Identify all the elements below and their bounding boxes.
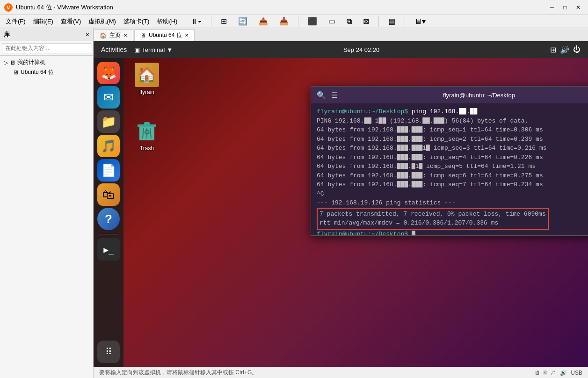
dock-thunderbird[interactable]: ✉ bbox=[97, 86, 120, 109]
speaker-icon: 🔊 bbox=[560, 45, 569, 54]
terminal-line-seq5: 64 bytes from 192.168.███.█1█ icmp_seq=5… bbox=[317, 162, 588, 171]
dock-apps-grid[interactable]: ⠿ bbox=[97, 341, 120, 363]
library-header: 库 × bbox=[0, 28, 93, 41]
terminal-ctrl-c: ^C bbox=[317, 189, 588, 199]
library-close-button[interactable]: × bbox=[86, 31, 89, 38]
terminal-menu-btn[interactable]: ☰ bbox=[330, 90, 339, 100]
vmware-icon: V bbox=[4, 3, 13, 12]
status-icon-3: 🖨 bbox=[551, 370, 556, 376]
network-status-icon: ⊞ bbox=[550, 45, 556, 54]
desktop-area: 🏠 flyrain bbox=[123, 58, 588, 367]
menu-help[interactable]: 帮助(H) bbox=[153, 15, 181, 28]
library-search-area bbox=[0, 41, 93, 56]
receive-file-button[interactable]: 📥 bbox=[276, 15, 292, 28]
dock-rhythmbox[interactable]: 🎵 bbox=[97, 135, 120, 157]
vm-display[interactable]: Activities ▣ Terminal ▼ Sep 24 02:20 ⊞ 🔊 bbox=[94, 41, 588, 367]
vm-settings-button[interactable]: ⊞ bbox=[217, 15, 231, 28]
console-button[interactable]: ▤ bbox=[385, 15, 399, 28]
terminal-stats-header: --- 192.168.19.126 ping statistics --- bbox=[317, 198, 588, 208]
terminal-title: flyrain@ubuntu: ~/Desktop bbox=[339, 92, 588, 99]
menu-view[interactable]: 查看(V) bbox=[57, 15, 85, 28]
terminal-prompt-2: flyrain@ubuntu:~/Desktop$ bbox=[317, 231, 408, 236]
pause-button[interactable]: ⏸▾ bbox=[187, 15, 205, 28]
status-icon-5: USB bbox=[571, 370, 582, 376]
terminal-window[interactable]: 🔍 ☰ flyrain@ubuntu: ~/Desktop ─ □ ✕ bbox=[311, 86, 588, 236]
dock-files[interactable]: 📁 bbox=[97, 110, 120, 133]
desktop-icon-trash[interactable]: ♻ Trash bbox=[128, 119, 166, 152]
tab-home-close[interactable]: ✕ bbox=[123, 33, 127, 38]
dock-firefox[interactable]: 🦊 bbox=[97, 62, 120, 84]
tab-ubuntu-icon: 🖥 bbox=[140, 32, 146, 39]
terminal-search-btn[interactable]: 🔍 bbox=[317, 90, 326, 100]
library-title: 库 bbox=[4, 30, 10, 39]
menu-edit[interactable]: 编辑(E) bbox=[29, 15, 57, 28]
vmware-window: V Ubuntu 64 位 - VMware Workstation ─ □ ✕… bbox=[0, 0, 588, 378]
tab-ubuntu-close[interactable]: ✕ bbox=[185, 33, 189, 38]
title-bar: V Ubuntu 64 位 - VMware Workstation ─ □ ✕ bbox=[0, 0, 588, 15]
close-button[interactable]: ✕ bbox=[572, 3, 584, 12]
activities-button[interactable]: Activities bbox=[101, 46, 127, 53]
tab-ubuntu[interactable]: 🖥 Ubuntu 64 位 ✕ bbox=[134, 29, 195, 41]
network-button[interactable]: ⊠ bbox=[359, 15, 373, 28]
toolbar-sep-3 bbox=[378, 16, 379, 27]
terminal-line-seq6: 64 bytes from 192.168.███.███: icmp_seq=… bbox=[317, 171, 588, 181]
unity-button[interactable]: ▭ bbox=[325, 15, 339, 28]
terminal-line-seq2: 64 bytes from 192.168.███.███: icmp_seq=… bbox=[317, 135, 588, 144]
top-bar-left: Activities ▣ Terminal ▼ bbox=[101, 46, 173, 53]
menu-tabs[interactable]: 选项卡(T) bbox=[120, 15, 153, 28]
library-tree: ▷ 🖥 我的计算机 🖥 Ubuntu 64 位 bbox=[0, 56, 93, 378]
terminal-menu[interactable]: ▣ Terminal ▼ bbox=[134, 46, 173, 53]
ubuntu-top-bar: Activities ▣ Terminal ▼ Sep 24 02:20 ⊞ 🔊 bbox=[94, 41, 588, 58]
tabs-bar: 🏠 主页 ✕ 🖥 Ubuntu 64 位 ✕ bbox=[94, 28, 588, 41]
menu-vm[interactable]: 虚拟机(M) bbox=[85, 15, 120, 28]
display-button[interactable]: 🖥▾ bbox=[411, 15, 429, 28]
terminal-line-seq4: 64 bytes from 192.168.███.███: icmp_seq=… bbox=[317, 153, 588, 162]
window-controls: ─ □ ✕ bbox=[546, 3, 584, 12]
dock-appstore[interactable]: 🛍 bbox=[97, 183, 120, 206]
tree-root[interactable]: ▷ 🖥 我的计算机 bbox=[2, 58, 91, 67]
terminal-dock-icon: ▶_ bbox=[103, 245, 114, 254]
dock-writer[interactable]: 📄 bbox=[97, 159, 120, 182]
snapshot-button[interactable]: 🔄 bbox=[234, 15, 251, 28]
status-icon-2: ⎘ bbox=[544, 370, 547, 376]
dock-help[interactable]: ? bbox=[97, 208, 120, 230]
thunderbird-icon: ✉ bbox=[103, 90, 114, 105]
firefox-icon: 🦊 bbox=[101, 65, 117, 81]
terminal-body: flyrain@ubuntu:~/Desktop$ ping 192.168.█… bbox=[311, 103, 588, 235]
trash-icon: ♻ bbox=[135, 119, 159, 143]
content-area: 库 × ▷ 🖥 我的计算机 🖥 Ubuntu 64 位 bbox=[0, 28, 588, 378]
tree-child-label: Ubuntu 64 位 bbox=[21, 68, 54, 76]
terminal-prompt-1: flyrain@ubuntu:~/Desktop$ bbox=[317, 108, 408, 115]
terminal-line-seq7: 64 bytes from 192.168.███.███: icmp_seq=… bbox=[317, 180, 588, 189]
tree-root-label: 我的计算机 bbox=[17, 58, 45, 66]
tab-home[interactable]: 🏠 主页 ✕ bbox=[94, 29, 133, 41]
power-icon: ⏻ bbox=[573, 45, 581, 54]
send-file-button[interactable]: 📤 bbox=[255, 15, 272, 28]
desktop-icon-home[interactable]: 🏠 flyrain bbox=[128, 63, 166, 95]
view-button[interactable]: ⧉ bbox=[343, 15, 356, 28]
main-area: 🏠 主页 ✕ 🖥 Ubuntu 64 位 ✕ Activities bbox=[94, 28, 588, 378]
expand-icon: ▷ bbox=[4, 59, 8, 66]
library-search-input[interactable] bbox=[2, 43, 91, 53]
terminal-title-bar: 🔍 ☰ flyrain@ubuntu: ~/Desktop ─ □ ✕ bbox=[311, 87, 588, 103]
terminal-line-seq1: 64 bytes from 192.168.███.███: icmp_seq=… bbox=[317, 125, 588, 135]
terminal-menu-arrow: ▼ bbox=[167, 46, 173, 53]
restore-button[interactable]: □ bbox=[559, 3, 571, 12]
svg-text:♻: ♻ bbox=[144, 128, 150, 136]
terminal-cmd-1: ping 192.168.██.██ bbox=[412, 108, 477, 115]
terminal-stat-1: 7 packets transmitted, 7 received, 0% pa… bbox=[319, 210, 546, 219]
tree-child-ubuntu[interactable]: 🖥 Ubuntu 64 位 bbox=[11, 67, 91, 77]
dock-terminal[interactable]: ▶_ bbox=[97, 238, 120, 261]
appstore-icon: 🛍 bbox=[102, 188, 115, 202]
library-panel: 库 × ▷ 🖥 我的计算机 🖥 Ubuntu 64 位 bbox=[0, 28, 94, 378]
svg-text:V: V bbox=[7, 5, 10, 10]
apps-grid-icon: ⠿ bbox=[105, 346, 112, 357]
home-folder-icon: 🏠 bbox=[135, 63, 159, 87]
top-bar-right: ⊞ 🔊 ⏻ bbox=[550, 45, 581, 54]
window-title: Ubuntu 64 位 - VMware Workstation bbox=[16, 3, 546, 12]
computer-icon: 🖥 bbox=[10, 59, 15, 66]
full-screen-button[interactable]: ⬛ bbox=[304, 15, 321, 28]
trash-icon-label: Trash bbox=[140, 145, 154, 152]
menu-file[interactable]: 文件(F) bbox=[2, 15, 29, 28]
minimize-button[interactable]: ─ bbox=[546, 3, 558, 12]
